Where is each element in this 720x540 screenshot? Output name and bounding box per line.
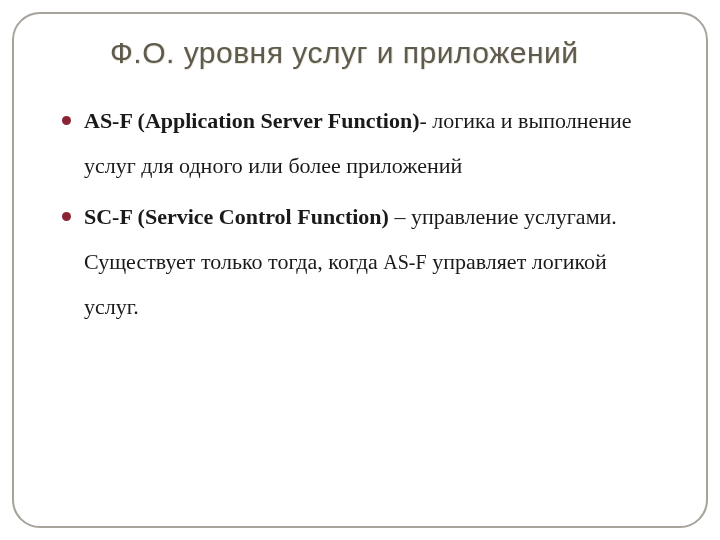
separator: – <box>389 204 411 229</box>
slide: Ф.О. уровня услуг и приложений AS-F (App… <box>0 0 720 540</box>
bullet-list: AS-F (Application Server Function)- логи… <box>54 98 674 329</box>
separator: - <box>420 108 433 133</box>
list-item: AS-F (Application Server Function)- логи… <box>62 98 664 188</box>
inline-term: AS-F <box>383 251 426 273</box>
list-item: SC-F (Service Control Function) – управл… <box>62 194 664 329</box>
term: SC-F (Service Control Function) <box>84 204 389 229</box>
slide-title: Ф.О. уровня услуг и приложений <box>110 36 674 70</box>
slide-frame: Ф.О. уровня услуг и приложений AS-F (App… <box>12 12 708 528</box>
term: AS-F (Application Server Function) <box>84 108 420 133</box>
